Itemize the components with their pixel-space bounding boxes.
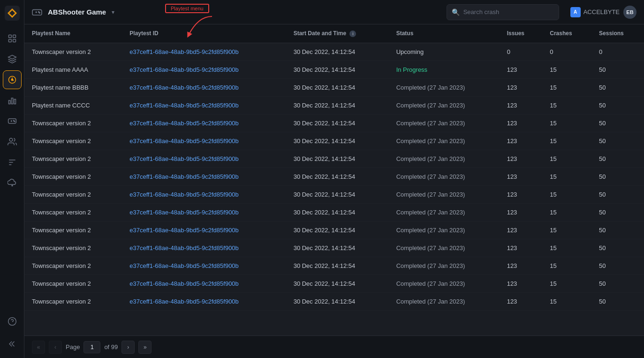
- table-row[interactable]: Playtest name BBBB e37ceff1-68ae-48ab-9b…: [24, 78, 644, 96]
- playtest-menu-annotation: Playtest menu: [165, 4, 209, 13]
- avatar[interactable]: EB: [623, 6, 636, 19]
- cell-issues: 0: [500, 43, 543, 61]
- table-row[interactable]: Townscaper version 2 e37ceff1-68ae-48ab-…: [24, 203, 644, 221]
- sidebar-collapse-button[interactable]: [3, 335, 22, 353]
- cell-sessions: 50: [591, 203, 644, 221]
- svg-point-13: [9, 138, 13, 142]
- cell-status: Completed (27 Jan 2023): [389, 274, 500, 292]
- cell-playtest-id[interactable]: e37ceff1-68ae-48ab-9bd5-9c2fd85f900b: [122, 43, 286, 61]
- cell-issues: 123: [500, 203, 543, 221]
- cell-start-date: 30 Dec 2022, 14:12:54: [286, 61, 389, 78]
- sidebar-item-layers[interactable]: [3, 50, 22, 69]
- pagination-page-label: Page: [66, 343, 80, 350]
- search-input[interactable]: [463, 8, 554, 15]
- cell-playtest-id[interactable]: e37ceff1-68ae-48ab-9bd5-9c2fd85f900b: [122, 185, 286, 203]
- cell-playtest-name: Townscaper version 2: [24, 257, 122, 274]
- table-row[interactable]: Townscaper version 2 e37ceff1-68ae-48ab-…: [24, 150, 644, 168]
- cell-sessions: 50: [591, 257, 644, 274]
- svg-rect-9: [14, 99, 15, 104]
- cell-playtest-id[interactable]: e37ceff1-68ae-48ab-9bd5-9c2fd85f900b: [122, 274, 286, 292]
- cell-playtest-id[interactable]: e37ceff1-68ae-48ab-9bd5-9c2fd85f900b: [122, 61, 286, 78]
- svg-rect-3: [8, 39, 11, 42]
- cell-start-date: 30 Dec 2022, 14:12:54: [286, 203, 389, 221]
- app-logo[interactable]: [4, 5, 21, 22]
- sidebar-item-playtest[interactable]: [3, 70, 22, 89]
- table-row[interactable]: Townscaper version 2 e37ceff1-68ae-48ab-…: [24, 221, 644, 239]
- cell-status: Completed (27 Jan 2023): [389, 168, 500, 185]
- table-container[interactable]: Playtest Name Playtest ID Start Date and…: [24, 24, 644, 335]
- cell-start-date: 30 Dec 2022, 14:12:54: [286, 114, 389, 132]
- cell-playtest-id[interactable]: e37ceff1-68ae-48ab-9bd5-9c2fd85f900b: [122, 96, 286, 114]
- header-user-area: A ACCELBYTE EB: [570, 6, 636, 19]
- svg-rect-1: [8, 35, 11, 38]
- cell-playtest-id[interactable]: e37ceff1-68ae-48ab-9bd5-9c2fd85f900b: [122, 114, 286, 132]
- col-header-crashes: Crashes: [542, 24, 591, 43]
- sidebar-item-cloud[interactable]: [3, 174, 22, 192]
- cell-crashes: 15: [542, 61, 591, 78]
- table-row[interactable]: Townscaper version 2 e37ceff1-68ae-48ab-…: [24, 185, 644, 203]
- svg-rect-4: [13, 39, 15, 42]
- cell-playtest-name: Townscaper version 2: [24, 185, 122, 203]
- sidebar-item-filter[interactable]: [3, 153, 22, 172]
- cell-playtest-name: Townscaper version 2: [24, 168, 122, 185]
- cell-sessions: 50: [591, 150, 644, 168]
- cell-sessions: 50: [591, 274, 644, 292]
- sidebar: [0, 0, 24, 358]
- table-row[interactable]: Townscaper version 2 e37ceff1-68ae-48ab-…: [24, 43, 644, 61]
- table-row[interactable]: Townscaper version 2 e37ceff1-68ae-48ab-…: [24, 257, 644, 274]
- cell-crashes: 15: [542, 239, 591, 257]
- sidebar-item-game[interactable]: [3, 112, 22, 130]
- col-header-playtest-name: Playtest Name: [24, 24, 122, 43]
- sidebar-item-dashboard[interactable]: [3, 29, 22, 48]
- svg-rect-7: [8, 100, 10, 104]
- cell-playtest-id[interactable]: e37ceff1-68ae-48ab-9bd5-9c2fd85f900b: [122, 239, 286, 257]
- cell-playtest-id[interactable]: e37ceff1-68ae-48ab-9bd5-9c2fd85f900b: [122, 132, 286, 150]
- table-row[interactable]: Townscaper version 2 e37ceff1-68ae-48ab-…: [24, 239, 644, 257]
- info-icon: i: [349, 30, 356, 37]
- pagination-prev-button[interactable]: ‹: [49, 341, 62, 354]
- header: ABShooter Game ▾ Playtest menu 🔍: [24, 0, 644, 24]
- cell-playtest-id[interactable]: e37ceff1-68ae-48ab-9bd5-9c2fd85f900b: [122, 168, 286, 185]
- search-bar[interactable]: 🔍: [447, 4, 559, 20]
- pagination-first-button[interactable]: «: [32, 341, 45, 354]
- svg-point-21: [39, 12, 40, 13]
- cell-issues: 123: [500, 221, 543, 239]
- cell-playtest-name: Playtest name CCCC: [24, 96, 122, 114]
- sidebar-item-leaderboard[interactable]: [3, 132, 22, 151]
- table-row[interactable]: Townscaper version 2 e37ceff1-68ae-48ab-…: [24, 274, 644, 292]
- pagination-bar: « ‹ Page of 99 › »: [24, 335, 644, 358]
- sidebar-item-help[interactable]: [3, 312, 22, 331]
- cell-playtest-id[interactable]: e37ceff1-68ae-48ab-9bd5-9c2fd85f900b: [122, 78, 286, 96]
- cell-playtest-id[interactable]: e37ceff1-68ae-48ab-9bd5-9c2fd85f900b: [122, 150, 286, 168]
- cell-crashes: 15: [542, 132, 591, 150]
- table-row[interactable]: Playtest name CCCC e37ceff1-68ae-48ab-9b…: [24, 96, 644, 114]
- cell-issues: 123: [500, 114, 543, 132]
- cell-status: Completed (27 Jan 2023): [389, 185, 500, 203]
- header-title: ABShooter Game: [48, 8, 106, 16]
- cell-crashes: 0: [542, 43, 591, 61]
- cell-playtest-id[interactable]: e37ceff1-68ae-48ab-9bd5-9c2fd85f900b: [122, 257, 286, 274]
- cell-start-date: 30 Dec 2022, 14:12:54: [286, 43, 389, 61]
- table-row[interactable]: Townscaper version 2 e37ceff1-68ae-48ab-…: [24, 132, 644, 150]
- cell-playtest-name: Townscaper version 2: [24, 274, 122, 292]
- cell-playtest-id[interactable]: e37ceff1-68ae-48ab-9bd5-9c2fd85f900b: [122, 203, 286, 221]
- pagination-next-button[interactable]: ›: [121, 341, 135, 354]
- cell-playtest-id[interactable]: e37ceff1-68ae-48ab-9bd5-9c2fd85f900b: [122, 221, 286, 239]
- cell-playtest-id[interactable]: e37ceff1-68ae-48ab-9bd5-9c2fd85f900b: [122, 292, 286, 310]
- sidebar-item-analytics[interactable]: [3, 91, 22, 110]
- content-area: Playtest Name Playtest ID Start Date and…: [24, 24, 644, 358]
- cell-start-date: 30 Dec 2022, 14:12:54: [286, 274, 389, 292]
- pagination-last-button[interactable]: »: [138, 341, 152, 354]
- table-row[interactable]: Playtest name AAAA e37ceff1-68ae-48ab-9b…: [24, 61, 644, 78]
- cell-status: Completed (27 Jan 2023): [389, 221, 500, 239]
- cell-status: Completed (27 Jan 2023): [389, 132, 500, 150]
- cell-issues: 123: [500, 150, 543, 168]
- cell-crashes: 15: [542, 78, 591, 96]
- table-row[interactable]: Townscaper version 2 e37ceff1-68ae-48ab-…: [24, 292, 644, 310]
- cell-crashes: 15: [542, 96, 591, 114]
- search-icon: 🔍: [452, 8, 460, 16]
- table-row[interactable]: Townscaper version 2 e37ceff1-68ae-48ab-…: [24, 168, 644, 185]
- cell-sessions: 50: [591, 185, 644, 203]
- pagination-page-input[interactable]: [83, 341, 100, 353]
- table-row[interactable]: Townscaper version 2 e37ceff1-68ae-48ab-…: [24, 114, 644, 132]
